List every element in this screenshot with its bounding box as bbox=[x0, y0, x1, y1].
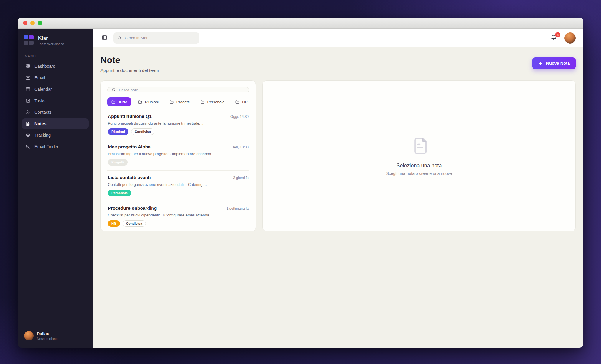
note-timestamp: 1 settimana fa bbox=[227, 206, 249, 211]
sidebar-item-label: Dashboard bbox=[34, 64, 55, 69]
filter-label: Tutte bbox=[118, 100, 127, 104]
sidebar-item-tracking[interactable]: Tracking bbox=[22, 130, 89, 140]
filter-progetti[interactable]: Progetti bbox=[166, 97, 194, 106]
workspace-subtitle: Team Workspace bbox=[38, 42, 64, 46]
folder-icon bbox=[235, 100, 240, 104]
note-timestamp: 3 giorni fa bbox=[233, 176, 249, 180]
main-area: 4 Note Appunti e documenti del team N bbox=[93, 29, 583, 348]
filter-hr[interactable]: HR bbox=[231, 97, 252, 106]
workspace-name: Klar bbox=[38, 35, 64, 41]
notification-count-badge: 4 bbox=[555, 32, 560, 37]
sidebar-item-label: Tasks bbox=[34, 98, 45, 103]
topbar: 4 bbox=[93, 29, 583, 47]
note-title: Appunti riunione Q1 bbox=[108, 114, 152, 119]
notes-search[interactable] bbox=[107, 87, 249, 92]
note-badges: HR Condivisa bbox=[108, 220, 249, 227]
note-title: Lista contatti eventi bbox=[108, 175, 151, 180]
note-badges: Progetti bbox=[108, 159, 249, 166]
sidebar-item-dashboard[interactable]: Dashboard bbox=[22, 61, 89, 72]
sidebar-item-contacts[interactable]: Contacts bbox=[22, 107, 89, 118]
panel-left-icon bbox=[101, 34, 108, 42]
sidebar-item-label: Email bbox=[34, 75, 45, 80]
search-icon bbox=[111, 87, 116, 92]
notes-list: Appunti riunione Q1 Oggi, 14:30 Punti pr… bbox=[107, 109, 249, 231]
window-titlebar bbox=[18, 18, 583, 29]
page-subtitle: Appunti e documenti del team bbox=[100, 68, 159, 73]
category-badge: HR bbox=[108, 220, 120, 227]
file-text-icon bbox=[25, 121, 31, 126]
note-list-item[interactable]: Lista contatti eventi 3 giorni fa Contat… bbox=[107, 171, 249, 201]
category-badge: Riunioni bbox=[108, 128, 128, 135]
page-title: Note bbox=[100, 55, 159, 65]
menu-section-label: MENU bbox=[25, 54, 89, 58]
note-timestamp: Ieri, 10:00 bbox=[233, 145, 249, 149]
category-badge: Progetti bbox=[108, 159, 128, 166]
folder-icon bbox=[138, 100, 142, 104]
sidebar-item-calendar[interactable]: Calendar bbox=[22, 84, 89, 95]
app-window: Klar Team Workspace MENU Dashboard bbox=[18, 18, 583, 348]
profile-avatar[interactable] bbox=[564, 32, 576, 44]
new-note-button[interactable]: Nuova Nota bbox=[532, 57, 576, 69]
user-profile[interactable]: Dallax Nessun piano bbox=[22, 329, 89, 343]
sidebar-item-email[interactable]: Email bbox=[22, 72, 89, 83]
new-note-label: Nuova Nota bbox=[546, 61, 570, 66]
global-search[interactable] bbox=[113, 32, 199, 44]
sidebar-item-label: Contacts bbox=[34, 110, 51, 115]
folder-icon bbox=[200, 100, 205, 104]
note-snippet: Punti principali discussi durante la riu… bbox=[108, 121, 249, 125]
note-badges: Personale bbox=[108, 190, 249, 196]
eye-icon bbox=[25, 133, 31, 138]
note-snippet: Contatti per l'organizzazione eventi azi… bbox=[108, 182, 249, 187]
filter-label: Progetti bbox=[176, 100, 190, 104]
folder-icon bbox=[169, 100, 174, 104]
users-icon bbox=[25, 110, 31, 115]
note-title: Procedure onboarding bbox=[108, 206, 157, 211]
category-badge: Personale bbox=[108, 190, 131, 196]
minimize-button[interactable] bbox=[30, 21, 35, 25]
user-name: Dallax bbox=[37, 331, 57, 336]
user-avatar bbox=[24, 331, 34, 340]
filter-personale[interactable]: Personale bbox=[197, 97, 229, 106]
filter-label: Riunioni bbox=[145, 100, 159, 104]
global-search-input[interactable] bbox=[125, 36, 196, 40]
workspace-header: Klar Team Workspace bbox=[22, 35, 89, 46]
plus-icon bbox=[538, 61, 543, 66]
sidebar-item-label: Email Finder bbox=[34, 144, 58, 149]
sidebar-item-tasks[interactable]: Tasks bbox=[22, 95, 89, 106]
calendar-icon bbox=[25, 87, 31, 92]
dashboard-icon bbox=[25, 64, 31, 69]
document-empty-icon bbox=[410, 136, 429, 157]
task-check-icon bbox=[25, 98, 31, 103]
shared-badge: Condivisa bbox=[123, 220, 146, 227]
shared-badge: Condivisa bbox=[131, 128, 154, 135]
note-list-item[interactable]: Procedure onboarding 1 settimana fa Chec… bbox=[107, 201, 249, 231]
sidebar: Klar Team Workspace MENU Dashboard bbox=[18, 29, 93, 348]
mail-icon bbox=[25, 75, 31, 80]
page-header: Note Appunti e documenti del team Nuova … bbox=[100, 55, 576, 73]
note-badges: Riunioni Condivisa bbox=[108, 128, 249, 135]
maximize-button[interactable] bbox=[38, 21, 42, 25]
notes-search-input[interactable] bbox=[119, 88, 245, 92]
search-icon bbox=[117, 36, 122, 40]
note-list-item[interactable]: Idee progetto Alpha Ieri, 10:00 Brainsto… bbox=[107, 140, 249, 171]
search-find-icon bbox=[25, 144, 31, 149]
panels-row: Tutte Riunioni Progetti bbox=[100, 80, 576, 231]
close-button[interactable] bbox=[23, 21, 27, 25]
sidebar-item-label: Tracking bbox=[34, 133, 51, 138]
note-snippet: Brainstorming per il nuovo progetto: - I… bbox=[108, 152, 249, 156]
sidebar-item-email-finder[interactable]: Email Finder bbox=[22, 141, 89, 152]
sidebar-item-label: Calendar bbox=[34, 87, 52, 92]
desktop-background: Klar Team Workspace MENU Dashboard bbox=[0, 0, 601, 364]
sidebar-toggle-button[interactable] bbox=[100, 34, 108, 42]
note-snippet: Checklist per nuovi dipendenti: □ Config… bbox=[108, 213, 249, 217]
note-title: Idee progetto Alpha bbox=[108, 144, 151, 150]
filter-label: Personale bbox=[207, 100, 225, 104]
filter-riunioni[interactable]: Riunioni bbox=[134, 97, 163, 106]
sidebar-item-notes[interactable]: Notes bbox=[22, 118, 89, 129]
filter-tutte[interactable]: Tutte bbox=[107, 97, 131, 106]
empty-state-title: Seleziona una nota bbox=[396, 163, 442, 169]
notifications-button[interactable]: 4 bbox=[550, 34, 558, 42]
notes-list-panel: Tutte Riunioni Progetti bbox=[100, 80, 256, 231]
sidebar-item-label: Notes bbox=[34, 121, 46, 126]
note-list-item[interactable]: Appunti riunione Q1 Oggi, 14:30 Punti pr… bbox=[107, 109, 249, 140]
